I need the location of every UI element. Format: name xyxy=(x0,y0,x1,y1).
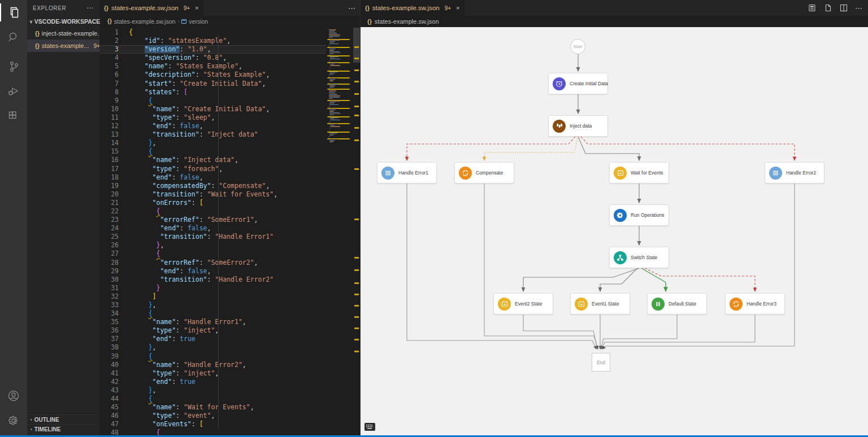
source-view-icon[interactable] xyxy=(808,3,817,12)
start-node[interactable]: Start xyxy=(570,39,585,54)
code-line[interactable]: 4 "specVersion": "0.8", xyxy=(99,54,326,62)
node-inject-data[interactable]: Inject data xyxy=(548,115,608,137)
preview-more-actions-icon[interactable]: ⋯ xyxy=(855,4,862,12)
code-line[interactable]: 22 { xyxy=(99,207,326,216)
node-label: Inject data xyxy=(570,123,592,129)
code-line[interactable]: 38 }, xyxy=(99,343,326,352)
code-line[interactable]: 45 "name": "Wait for Events", xyxy=(99,403,326,412)
tab-states-example-preview[interactable]: {} states-example.sw.json 9+ × xyxy=(361,0,465,16)
node-event1-state[interactable]: Event1 State xyxy=(570,293,630,314)
event-state-icon xyxy=(614,167,627,180)
keyboard-shortcuts-icon[interactable] xyxy=(364,423,375,431)
preview-header: {} states-example.sw.json xyxy=(361,16,868,27)
explorer-icon[interactable] xyxy=(0,0,27,25)
node-run-operations[interactable]: Run Operations xyxy=(609,204,669,226)
code-line[interactable]: 21 "onErrors": [ xyxy=(99,199,326,207)
code-line[interactable]: 36 "type": "inject", xyxy=(99,326,326,335)
explorer-more-actions[interactable]: ⋯ xyxy=(86,4,94,12)
code-line[interactable]: 34 { xyxy=(99,309,326,318)
code-line[interactable]: 14 }, xyxy=(99,139,326,147)
node-handle-error1[interactable]: Handle Error1 xyxy=(377,162,437,183)
code-line[interactable]: 39 { xyxy=(99,352,326,361)
editor-more-actions-icon[interactable]: ⋯ xyxy=(348,4,355,12)
code-line[interactable]: 46 "type": "event", xyxy=(99,412,326,420)
code-editor[interactable]: 1{2 "id": "statesExample",3 "version": "… xyxy=(99,27,326,435)
run-debug-icon[interactable] xyxy=(0,79,27,104)
code-line[interactable]: 10 "name": "Create Initial Data", xyxy=(99,105,326,113)
close-icon[interactable]: × xyxy=(456,5,459,11)
node-create-initial-data[interactable]: Create Initial Data xyxy=(548,73,608,94)
code-line[interactable]: 33 }, xyxy=(99,301,326,309)
code-line[interactable]: 1{ xyxy=(99,28,326,37)
code-line[interactable]: 40 "name": "Handle Error2", xyxy=(99,361,326,369)
code-line[interactable]: 24 "end": false, xyxy=(99,224,326,233)
code-line[interactable]: 42 "end": true xyxy=(99,378,326,386)
code-line[interactable]: 27 { xyxy=(99,250,326,258)
code-line[interactable]: 19 "compensatedBy": "Compensate", xyxy=(99,182,326,190)
accounts-icon[interactable] xyxy=(0,383,27,408)
open-changes-icon[interactable] xyxy=(823,3,832,12)
code-line[interactable]: 6 "description": "States Example", xyxy=(99,71,326,79)
settings-gear-icon[interactable] xyxy=(0,408,27,433)
tab-problems-badge: 9+ xyxy=(445,5,451,11)
file-row-states-example[interactable]: {} states-example... 9+ xyxy=(27,40,99,52)
code-line[interactable]: 30 "transition": "Handle Error2" xyxy=(99,276,326,284)
code-line[interactable]: 11 "type": "sleep", xyxy=(99,113,326,122)
node-switch-state[interactable]: Switch State xyxy=(609,247,669,268)
node-event2-state[interactable]: Event2 State xyxy=(493,293,553,314)
node-default-state[interactable]: Default State xyxy=(647,293,707,314)
minimap[interactable] xyxy=(326,27,352,435)
code-line[interactable]: 20 "transition": "Wait for Events", xyxy=(99,190,326,199)
code-line[interactable]: 5 "name": "States Example", xyxy=(99,62,326,71)
breadcrumb[interactable]: {} states-example.sw.json › version xyxy=(99,16,360,27)
outline-section[interactable]: › OUTLINE xyxy=(27,414,99,424)
indent-guide xyxy=(218,34,219,429)
node-handle-error3[interactable]: Handle Error3 xyxy=(725,293,785,314)
breadcrumb-file[interactable]: states-example.sw.json xyxy=(114,18,176,25)
code-line[interactable]: 16 "name": "Inject data", xyxy=(99,156,326,164)
code-line[interactable]: 26 }, xyxy=(99,241,326,250)
end-node[interactable]: End xyxy=(592,353,610,372)
code-line[interactable]: 32 ] xyxy=(99,292,326,301)
code-line[interactable]: 43 }, xyxy=(99,386,326,395)
node-wait-for-events[interactable]: Wait for Events xyxy=(609,162,669,183)
node-handle-error2[interactable]: Handle Error2 xyxy=(765,162,824,183)
close-icon[interactable]: × xyxy=(195,5,198,11)
code-line[interactable]: 17 "type": "foreach", xyxy=(99,165,326,173)
code-line[interactable]: 8 "states": [ xyxy=(99,88,326,97)
breadcrumb-symbol[interactable]: version xyxy=(189,18,208,25)
code-line[interactable]: 29 "end": false, xyxy=(99,267,326,276)
code-line[interactable]: 41 "type": "inject", xyxy=(99,369,326,378)
code-line[interactable]: 35 "name": "Handle Error1", xyxy=(99,318,326,326)
code-line[interactable]: 18 "end": false, xyxy=(99,173,326,182)
code-line[interactable]: 31 } xyxy=(99,284,326,292)
code-line[interactable]: 13 "transition": "Inject data" xyxy=(99,130,326,139)
code-line[interactable]: 28 "errorRef": "SomeError2", xyxy=(99,259,326,267)
workflow-diagram-canvas[interactable]: Start Create Initial Data Inject data Ha… xyxy=(361,27,868,435)
code-line[interactable]: 25 "transition": "Handle Error1" xyxy=(99,233,326,241)
code-line[interactable]: 12 "end": false, xyxy=(99,122,326,130)
code-line[interactable]: 23 "errorRef": "SomeError1", xyxy=(99,216,326,224)
code-line[interactable]: 15 { xyxy=(99,147,326,156)
code-line[interactable]: 37 "end": true xyxy=(99,335,326,343)
file-row-inject-state-example[interactable]: {} inject-state-example.... xyxy=(27,27,99,40)
workspace-root-row[interactable]: ∨ VSCODE-WORKSPACE xyxy=(27,16,99,27)
source-control-icon[interactable] xyxy=(0,54,27,79)
node-label: Handle Error1 xyxy=(398,170,428,176)
code-line[interactable]: 47 "onEvents": [ xyxy=(99,420,326,429)
node-label: Handle Error3 xyxy=(747,301,776,307)
node-compensate[interactable]: Compensate xyxy=(454,162,514,183)
code-line[interactable]: 44 { xyxy=(99,395,326,403)
extensions-icon[interactable] xyxy=(0,104,27,129)
code-line[interactable]: 2 "id": "statesExample", xyxy=(99,37,326,45)
tab-problems-badge: 9+ xyxy=(184,5,190,11)
tab-states-example[interactable]: {} states-example.sw.json 9+ × xyxy=(99,0,203,16)
search-icon[interactable] xyxy=(0,25,27,50)
code-line[interactable]: 3 "version": "1.0", xyxy=(99,45,326,54)
code-line[interactable]: 7 "start": "Create Initial Data", xyxy=(99,80,326,88)
code-line[interactable]: 9 { xyxy=(99,97,326,105)
overview-ruler[interactable] xyxy=(353,27,360,435)
code-line[interactable]: 48 { xyxy=(99,429,326,435)
timeline-section[interactable]: › TIMELINE xyxy=(27,424,99,434)
split-editor-icon[interactable] xyxy=(839,3,848,12)
